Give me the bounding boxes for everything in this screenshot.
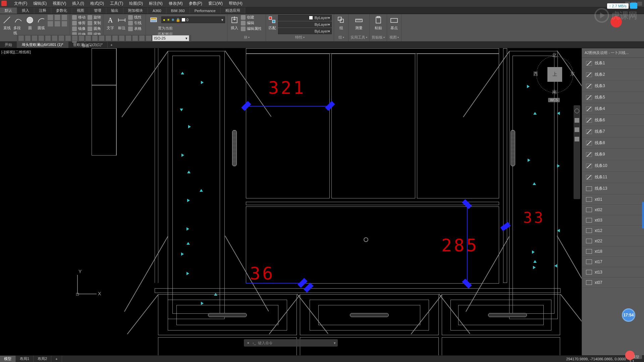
- toggle-icon[interactable]: [112, 35, 118, 41]
- fillet-button[interactable]: 圆角: [88, 26, 101, 31]
- rtab-param[interactable]: 参数化: [51, 7, 72, 14]
- layer-props-button[interactable]: [148, 15, 159, 25]
- palette-item[interactable]: 线条2: [582, 69, 644, 80]
- palette-item[interactable]: xt18: [582, 246, 644, 257]
- drawing-canvas[interactable]: [-][俯视][二维线框]: [0, 48, 582, 355]
- palette-item[interactable]: 线条8: [582, 137, 644, 149]
- toggle-icon[interactable]: [65, 35, 71, 41]
- rtab-bim360[interactable]: BIM 360: [166, 7, 190, 14]
- palette-item[interactable]: 线条3: [582, 80, 644, 92]
- doc-tab-add[interactable]: +: [108, 43, 115, 47]
- palette-item[interactable]: 线条10: [582, 160, 644, 172]
- palette-item[interactable]: xt02: [582, 205, 644, 215]
- palette-item[interactable]: xt17: [582, 257, 644, 267]
- ellipse-icon[interactable]: [62, 15, 67, 20]
- toggle-icon[interactable]: [18, 35, 24, 41]
- palette-item[interactable]: 线条9: [582, 149, 644, 160]
- nav-bar[interactable]: [574, 105, 580, 199]
- menu-file[interactable]: 文件(F): [13, 0, 28, 7]
- insert-block-button[interactable]: 插入: [229, 15, 239, 31]
- toggle-icon[interactable]: [85, 35, 91, 41]
- viewcube-west[interactable]: 西: [533, 71, 538, 77]
- rect-icon[interactable]: [48, 15, 53, 20]
- layout-tab-2[interactable]: 布局2: [34, 356, 51, 362]
- lineweight-dropdown[interactable]: ByLayer ▾: [278, 21, 332, 27]
- nav-orbit-icon[interactable]: [575, 137, 579, 141]
- palette-item[interactable]: 线条4: [582, 103, 644, 115]
- rotate-button[interactable]: 旋转: [88, 15, 101, 20]
- basepoint-button[interactable]: 基点: [389, 15, 399, 31]
- doc-tab-start[interactable]: 开始: [0, 42, 17, 48]
- text-button[interactable]: A文字: [105, 15, 115, 31]
- dimstyle-dropdown[interactable]: ISO-25▾: [152, 35, 189, 41]
- cmdline-dropdown-icon[interactable]: ▾: [334, 341, 336, 345]
- create-block-button[interactable]: 创建: [241, 15, 262, 20]
- view-cube[interactable]: 上 北 南 东 西 WCS: [535, 54, 575, 95]
- rtab-addons[interactable]: 附加模块: [123, 7, 148, 14]
- polyline-button[interactable]: 多段线: [13, 15, 23, 36]
- toggle-icon[interactable]: [38, 35, 44, 41]
- hatch-icon[interactable]: [55, 15, 60, 20]
- close-button[interactable]: [637, 2, 642, 6]
- menu-edit[interactable]: 编辑(E): [33, 0, 47, 7]
- rtab-a360[interactable]: A360: [148, 7, 166, 14]
- menu-view[interactable]: 视图(V): [52, 0, 67, 7]
- set-current-button[interactable]: 置为当前: [158, 26, 173, 31]
- layout-tab-add[interactable]: +: [51, 356, 62, 362]
- menu-format[interactable]: 格式(O): [90, 0, 105, 7]
- measure-button[interactable]: 测量: [354, 15, 364, 31]
- toggle-icon[interactable]: [52, 35, 58, 41]
- doc-tab-active[interactable]: 埠头世欧澜山6#1801 (1)*: [17, 42, 68, 48]
- tool-palette[interactable]: A2图例及说明 - 一卜川线... 线条1线条2线条3线条5线条4线条6线条7线…: [582, 48, 644, 355]
- palette-item[interactable]: 线条5: [582, 92, 644, 103]
- linear-button[interactable]: 线性: [128, 15, 142, 20]
- rtab-manage[interactable]: 管理: [89, 7, 106, 14]
- palette-item[interactable]: 线条6: [582, 115, 644, 126]
- viewcube-top-face[interactable]: 上: [547, 67, 562, 82]
- rtab-default[interactable]: 默认: [0, 7, 17, 14]
- menu-param[interactable]: 参数(P): [188, 0, 203, 7]
- cmdline-close-icon[interactable]: ×: [246, 341, 251, 345]
- palette-item[interactable]: xt07: [582, 278, 644, 288]
- rtab-featured[interactable]: 精选应用: [221, 7, 245, 14]
- point-icon[interactable]: [55, 21, 60, 26]
- line-button[interactable]: 直线: [2, 15, 12, 31]
- toggle-icon[interactable]: [132, 35, 138, 41]
- paste-button[interactable]: 粘贴: [373, 15, 383, 31]
- rtab-output[interactable]: 输出: [106, 7, 123, 14]
- palette-list[interactable]: 线条1线条2线条3线条5线条4线条6线条7线条8线条9线条10线条11线条13x…: [582, 58, 644, 355]
- palette-item[interactable]: xt12: [582, 226, 644, 236]
- menu-dim[interactable]: 标注(N): [148, 0, 163, 7]
- layout-tab-1[interactable]: 布局1: [16, 356, 34, 362]
- toggle-icon[interactable]: [32, 35, 38, 41]
- table-button[interactable]: 表格: [128, 26, 142, 31]
- toggle-icon[interactable]: [119, 35, 125, 41]
- menu-window[interactable]: 窗口(W): [208, 0, 223, 7]
- leader-button[interactable]: 引线: [128, 20, 142, 25]
- rtab-insert[interactable]: 插入: [17, 7, 34, 14]
- viewcube-east[interactable]: 东: [570, 71, 575, 77]
- circle-button[interactable]: 圆: [25, 15, 35, 31]
- group-button[interactable]: 组: [336, 15, 346, 31]
- menu-modify[interactable]: 修改(M): [168, 0, 183, 7]
- palette-item[interactable]: 线条11: [582, 172, 644, 183]
- rtab-perf[interactable]: Performance: [190, 7, 221, 14]
- toggle-icon[interactable]: [146, 35, 152, 41]
- props-match-button[interactable]: 匹配: [268, 15, 277, 31]
- move-button[interactable]: 移动: [72, 15, 86, 20]
- view-label[interactable]: [-][俯视][二维线框]: [1, 50, 31, 55]
- toggle-icon[interactable]: [92, 35, 98, 41]
- palette-item[interactable]: xt22: [582, 236, 644, 246]
- edit-block-button[interactable]: 编辑: [241, 20, 262, 25]
- toggle-icon[interactable]: [125, 35, 131, 41]
- rtab-view[interactable]: 视图: [72, 7, 89, 14]
- palette-item[interactable]: 线条1: [582, 58, 644, 69]
- nav-pan-icon[interactable]: [575, 118, 579, 123]
- command-line[interactable]: × ›_ 键入命令 ▾: [244, 339, 338, 347]
- spline-icon[interactable]: [48, 21, 53, 26]
- palette-item[interactable]: xt13: [582, 267, 644, 278]
- menu-help[interactable]: 帮助(H): [228, 0, 243, 7]
- toggle-icon[interactable]: [72, 35, 78, 41]
- layer-dropdown[interactable]: ●☀❄🔒 0 ▾: [161, 16, 225, 23]
- edit-attr-button[interactable]: 编辑属性: [241, 26, 262, 31]
